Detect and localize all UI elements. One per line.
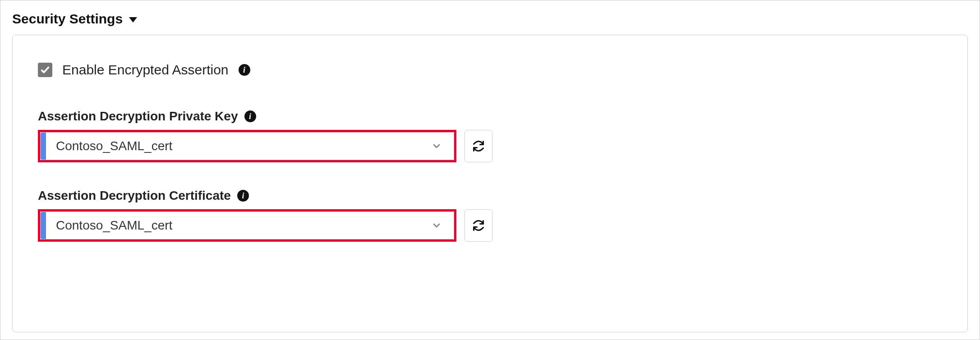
select-accent-bar	[41, 133, 46, 160]
caret-down-icon	[129, 17, 137, 23]
info-icon[interactable]: i	[244, 110, 256, 122]
private-key-label-row: Assertion Decryption Private Key i	[38, 109, 942, 124]
certificate-control-row: Contoso_SAML_cert	[38, 209, 942, 242]
private-key-refresh-button[interactable]	[465, 130, 492, 162]
enable-encrypted-assertion-row: Enable Encrypted Assertion i	[38, 62, 942, 78]
private-key-value: Contoso_SAML_cert	[46, 139, 419, 153]
private-key-label: Assertion Decryption Private Key	[38, 109, 238, 124]
chevron-down-icon	[419, 220, 454, 231]
chevron-down-icon	[419, 141, 454, 152]
section-title: Security Settings	[12, 11, 123, 27]
highlight-box: Contoso_SAML_cert	[38, 130, 456, 162]
security-settings-container: Security Settings Enable Encrypted Asser…	[0, 0, 980, 340]
private-key-field: Assertion Decryption Private Key i Conto…	[38, 109, 942, 162]
certificate-refresh-button[interactable]	[465, 209, 492, 242]
certificate-label-row: Assertion Decryption Certificate i	[38, 188, 942, 203]
certificate-label: Assertion Decryption Certificate	[38, 188, 231, 203]
info-icon[interactable]: i	[239, 64, 250, 76]
private-key-control-row: Contoso_SAML_cert	[38, 130, 942, 162]
section-header[interactable]: Security Settings	[12, 11, 968, 27]
refresh-icon	[472, 140, 485, 152]
refresh-icon	[472, 219, 485, 232]
certificate-select[interactable]: Contoso_SAML_cert	[40, 211, 454, 239]
certificate-field: Assertion Decryption Certificate i Conto…	[38, 188, 942, 242]
highlight-box: Contoso_SAML_cert	[38, 209, 456, 242]
select-accent-bar	[41, 212, 46, 239]
settings-panel: Enable Encrypted Assertion i Assertion D…	[12, 35, 968, 332]
private-key-select[interactable]: Contoso_SAML_cert	[40, 132, 454, 160]
info-icon[interactable]: i	[237, 190, 249, 202]
enable-encrypted-assertion-checkbox[interactable]	[38, 63, 52, 77]
enable-encrypted-assertion-label: Enable Encrypted Assertion	[62, 62, 229, 78]
check-icon	[40, 65, 50, 75]
certificate-value: Contoso_SAML_cert	[46, 218, 419, 233]
